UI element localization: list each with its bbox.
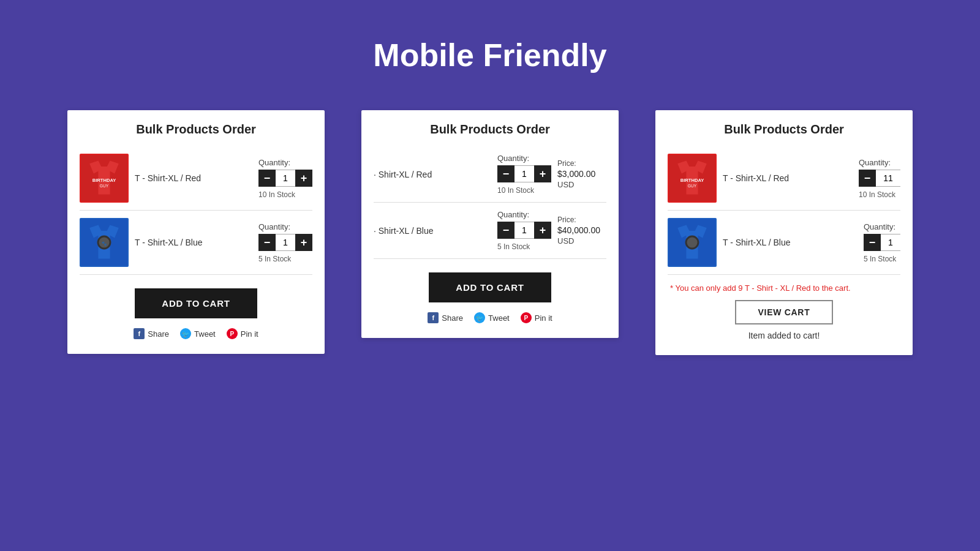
svg-point-16 [687, 237, 697, 247]
card1-add-to-cart-button[interactable]: ADD TO CART [135, 288, 257, 318]
card2-p1-qty-value: 1 [514, 165, 534, 182]
facebook-icon-2: f [428, 312, 439, 323]
card1-p1-name: T - Shirt-XL / Red [135, 173, 252, 183]
card2-p1-currency: USD [557, 180, 574, 189]
card3-p1-qty-minus[interactable]: − [859, 170, 876, 187]
pinterest-icon: P [227, 328, 238, 339]
card3-p2-qty-controls: − 1 [864, 234, 900, 251]
card1-p1-qty-group: Quantity: − 1 + 10 In Stock [258, 158, 312, 199]
card1-tweet-label: Tweet [194, 329, 216, 339]
card2-tweet-label: Tweet [488, 313, 510, 323]
card2-pinterest-pin[interactable]: P Pin it [521, 312, 552, 323]
card3-item-added-text: Item added to cart! [668, 331, 900, 340]
card-2: Bulk Products Order · Shirt-XL / Red Qua… [361, 110, 619, 338]
card2-pin-label: Pin it [535, 313, 552, 323]
card2-social-links: f Share 🐦 Tweet P Pin it [374, 312, 606, 323]
card-1: Bulk Products Order BIRTHDAY GUY T - Shi… [67, 110, 325, 354]
card1-p2-qty-minus[interactable]: − [258, 234, 276, 251]
card3-p1-qty-controls: − 11 [859, 170, 900, 187]
card1-p1-qty-plus[interactable]: + [295, 170, 312, 187]
card2-p1-qty-group: Quantity: − 1 + 10 In Stock [497, 154, 551, 195]
card2-p1-stock: 10 In Stock [497, 186, 534, 195]
card1-product-image-blue: 🐾 [80, 218, 129, 267]
card3-p2-qty-group: Quantity: − 1 5 In Stock [864, 222, 900, 263]
card1-product-image-red: BIRTHDAY GUY [80, 154, 129, 203]
page-title: Mobile Friendly [373, 37, 606, 73]
card2-p2-qty-group: Quantity: − 1 + 5 In Stock [497, 210, 551, 251]
card2-p2-price-group: Price: $40,000.00 USD [557, 216, 606, 246]
card1-p1-qty-minus[interactable]: − [258, 170, 276, 187]
card1-p1-qty-controls: − 1 + [258, 170, 312, 187]
card1-p2-stock: 5 In Stock [258, 255, 291, 263]
card3-product-image-blue [668, 218, 717, 267]
card1-p2-qty-controls: − 1 + [258, 234, 312, 251]
card-2-title: Bulk Products Order [374, 122, 606, 137]
card3-product-row-1: BIRTHDAY GUY T - Shirt-XL / Red Quantity… [668, 146, 900, 211]
card2-twitter-share[interactable]: 🐦 Tweet [474, 312, 510, 323]
card-1-title: Bulk Products Order [80, 122, 312, 137]
card2-p2-currency: USD [557, 236, 574, 246]
card2-p2-name: · Shirt-XL / Blue [374, 226, 491, 236]
card2-p1-price-label: Price: [557, 159, 576, 168]
card3-p2-qty-minus[interactable]: − [864, 234, 881, 251]
facebook-icon: f [134, 328, 145, 339]
card1-p2-qty-group: Quantity: − 1 + 5 In Stock [258, 222, 312, 263]
card1-twitter-share[interactable]: 🐦 Tweet [180, 328, 216, 339]
card2-p1-qty-minus[interactable]: − [497, 165, 514, 182]
card3-p1-stock: 10 In Stock [859, 190, 895, 199]
card2-p2-qty-plus[interactable]: + [534, 222, 551, 239]
twitter-icon-2: 🐦 [474, 312, 485, 323]
card3-product-image-red: BIRTHDAY GUY [668, 154, 717, 203]
card2-p1-price-group: Price: $3,000.00 USD [557, 159, 606, 189]
card2-add-to-cart-button[interactable]: ADD TO CART [429, 272, 551, 302]
card2-facebook-share[interactable]: f Share [428, 312, 463, 323]
card3-view-cart-button[interactable]: VIEW CART [735, 300, 833, 324]
card2-product-row-1: · Shirt-XL / Red Quantity: − 1 + 10 In S… [374, 146, 606, 203]
card2-p2-price-label: Price: [557, 216, 576, 224]
card1-p1-stock: 10 In Stock [258, 190, 295, 199]
card2-share-label: Share [442, 313, 463, 323]
card1-p2-qty-label: Quantity: [258, 222, 290, 231]
card-3: Bulk Products Order BIRTHDAY GUY T - Shi… [655, 110, 913, 355]
card1-p1-qty-value: 1 [276, 170, 295, 187]
card2-p1-price-value: $3,000.00 [557, 169, 595, 179]
card3-p2-stock: 5 In Stock [864, 255, 896, 263]
card2-p1-qty-controls: − 1 + [497, 165, 551, 182]
card1-social-links: f Share 🐦 Tweet P Pin it [80, 328, 312, 339]
card3-p2-qty-label: Quantity: [864, 222, 895, 231]
card1-product-row-1: BIRTHDAY GUY T - Shirt-XL / Red Quantity… [80, 146, 312, 211]
card3-p2-qty-value: 1 [881, 234, 900, 251]
card3-p1-qty-label: Quantity: [859, 158, 891, 167]
card2-p2-qty-value: 1 [514, 222, 534, 239]
card2-p1-qty-plus[interactable]: + [534, 165, 551, 182]
card2-p2-qty-label: Quantity: [497, 210, 529, 219]
twitter-icon: 🐦 [180, 328, 191, 339]
card3-p1-qty-value: 11 [876, 170, 900, 187]
card1-p2-qty-plus[interactable]: + [295, 234, 312, 251]
card1-p1-qty-label: Quantity: [258, 158, 290, 167]
card1-share-label: Share [148, 329, 169, 339]
card-3-title: Bulk Products Order [668, 122, 900, 137]
card3-product-row-2: T - Shirt-XL / Blue Quantity: − 1 5 In S… [668, 211, 900, 275]
card2-p1-qty-label: Quantity: [497, 154, 529, 163]
card2-p1-name: · Shirt-XL / Red [374, 170, 491, 179]
svg-text:BIRTHDAY: BIRTHDAY [680, 178, 704, 183]
svg-text:BIRTHDAY: BIRTHDAY [92, 178, 116, 183]
cards-container: Bulk Products Order BIRTHDAY GUY T - Shi… [67, 110, 913, 355]
card1-p2-qty-value: 1 [276, 234, 295, 251]
svg-text:GUY: GUY [100, 184, 109, 188]
card1-product-row-2: 🐾 T - Shirt-XL / Blue Quantity: − 1 + 5 … [80, 211, 312, 275]
card1-facebook-share[interactable]: f Share [134, 328, 169, 339]
svg-text:GUY: GUY [688, 184, 697, 188]
card2-product-row-2: · Shirt-XL / Blue Quantity: − 1 + 5 In S… [374, 203, 606, 259]
card1-pin-label: Pin it [241, 329, 258, 339]
card3-p1-name: T - Shirt-XL / Red [723, 173, 853, 183]
svg-text:🐾: 🐾 [102, 241, 107, 246]
card2-p2-qty-minus[interactable]: − [497, 222, 514, 239]
card1-pinterest-pin[interactable]: P Pin it [227, 328, 258, 339]
card3-p2-name: T - Shirt-XL / Blue [723, 238, 858, 247]
card1-p2-name: T - Shirt-XL / Blue [135, 238, 252, 247]
card3-warning-text: * You can only add 9 T - Shirt - XL / Re… [668, 283, 900, 293]
pinterest-icon-2: P [521, 312, 532, 323]
card2-p2-stock: 5 In Stock [497, 242, 530, 251]
